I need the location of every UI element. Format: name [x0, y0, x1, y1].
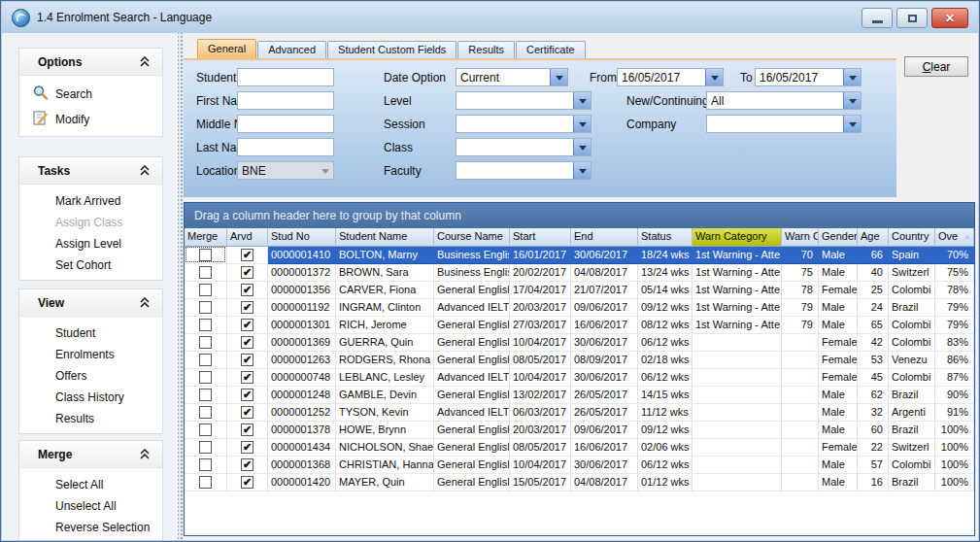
- column-header-merge[interactable]: Merge: [185, 228, 227, 247]
- merge-checkbox[interactable]: [199, 319, 212, 331]
- arvd-checkbox[interactable]: ✔: [241, 389, 253, 401]
- column-header-student_name[interactable]: Student Name: [336, 228, 434, 247]
- sidebar-item-offers[interactable]: Offers: [19, 365, 162, 387]
- maximize-button[interactable]: [896, 8, 928, 28]
- table-row[interactable]: ✔0000001192INGRAM, ClintonAdvanced IELTS…: [185, 299, 974, 317]
- merge-checkbox[interactable]: [199, 284, 212, 296]
- arvd-checkbox[interactable]: ✔: [241, 423, 253, 436]
- arvd-checkbox[interactable]: ✔: [241, 476, 253, 489]
- column-header-stud_no[interactable]: Stud No: [268, 228, 336, 247]
- collapse-icon[interactable]: [139, 165, 151, 176]
- arvd-checkbox[interactable]: ✔: [241, 319, 253, 331]
- table-row[interactable]: ✔0000001263RODGERS, RhonaGeneral English…: [185, 352, 974, 369]
- arvd-checkbox[interactable]: ✔: [241, 266, 253, 279]
- table-row[interactable]: ✔0000001372BROWN, SaraBusiness English20…: [185, 264, 974, 282]
- minimize-button[interactable]: [862, 8, 893, 28]
- merge-checkbox[interactable]: [199, 249, 212, 261]
- merge-checkbox[interactable]: [199, 476, 212, 489]
- sidebar-item-reverse-selection[interactable]: Reverse Selection: [19, 517, 162, 538]
- sidebar-item-assign-level[interactable]: Assign Level: [19, 233, 162, 254]
- last-name-input[interactable]: [237, 138, 334, 156]
- table-row[interactable]: ✔0000000748LEBLANC, LesleyAdvanced IELTS…: [185, 369, 974, 387]
- column-header-age[interactable]: Age: [858, 228, 889, 247]
- merge-checkbox[interactable]: [199, 301, 212, 314]
- new-continuing-combo[interactable]: All: [706, 91, 862, 110]
- merge-checkbox[interactable]: [199, 406, 212, 419]
- group-by-panel[interactable]: Drag a column header here to group by th…: [185, 203, 974, 228]
- first-name-input[interactable]: [237, 91, 334, 110]
- column-header-end[interactable]: End: [571, 228, 638, 247]
- sidebar-item-modify[interactable]: Modify: [19, 107, 162, 132]
- arvd-checkbox[interactable]: ✔: [241, 336, 253, 349]
- table-row[interactable]: ✔0000001434NICHOLSON, ShaeleGeneral Engl…: [185, 439, 974, 457]
- sidebar-item-select-all[interactable]: Select All: [19, 474, 162, 495]
- tab-general[interactable]: General: [197, 39, 256, 58]
- clear-button[interactable]: Clear: [904, 56, 968, 77]
- collapse-icon[interactable]: [139, 56, 151, 67]
- column-header-warn_c[interactable]: Warn C: [782, 228, 819, 247]
- column-header-ove[interactable]: Ove▲: [935, 228, 974, 247]
- merge-checkbox[interactable]: [199, 458, 212, 471]
- table-row[interactable]: ✔0000001410BOLTON, MarnyBusiness English…: [185, 247, 974, 264]
- arvd-checkbox[interactable]: ✔: [241, 406, 253, 419]
- collapse-icon[interactable]: [139, 297, 151, 308]
- merge-checkbox[interactable]: [199, 266, 212, 279]
- sidebar-item-search[interactable]: Search: [19, 82, 162, 107]
- arvd-checkbox[interactable]: ✔: [241, 249, 253, 261]
- table-row[interactable]: ✔0000001378HOWE, BrynnGeneral English20/…: [185, 422, 974, 439]
- arvd-checkbox[interactable]: ✔: [241, 371, 253, 384]
- date-option-combo[interactable]: Current: [456, 68, 568, 86]
- sidebar-item-class-history[interactable]: Class History: [19, 387, 162, 408]
- tab-advanced[interactable]: Advanced: [257, 41, 326, 58]
- faculty-combo[interactable]: [456, 161, 591, 180]
- column-header-arvd[interactable]: Arvd: [227, 228, 268, 247]
- arvd-checkbox[interactable]: ✔: [241, 458, 253, 471]
- section-header-view[interactable]: View: [19, 289, 162, 317]
- class-combo[interactable]: [456, 138, 591, 156]
- sidebar-item-student[interactable]: Student: [19, 322, 162, 344]
- column-header-status[interactable]: Status: [638, 228, 693, 247]
- sidebar-item-unselect-all[interactable]: Unselect All: [19, 495, 162, 517]
- company-combo[interactable]: [706, 115, 862, 133]
- arvd-checkbox[interactable]: ✔: [241, 354, 253, 366]
- merge-checkbox[interactable]: [199, 389, 212, 401]
- close-button[interactable]: ✕: [931, 8, 968, 28]
- level-combo[interactable]: [456, 91, 591, 110]
- arvd-checkbox[interactable]: ✔: [241, 301, 253, 314]
- middle-name-input[interactable]: [237, 115, 334, 133]
- column-header-course_name[interactable]: Course Name: [434, 228, 510, 247]
- table-row[interactable]: ✔0000001301RICH, JeromeGeneral English27…: [185, 317, 974, 334]
- section-header-merge[interactable]: Merge: [19, 441, 162, 468]
- merge-checkbox[interactable]: [199, 423, 212, 436]
- tab-results[interactable]: Results: [457, 41, 515, 58]
- from-date-combo[interactable]: 16/05/2017: [617, 68, 724, 86]
- arvd-checkbox[interactable]: ✔: [241, 284, 253, 296]
- tab-student-custom-fields[interactable]: Student Custom Fields: [327, 41, 456, 58]
- column-header-start[interactable]: Start: [510, 228, 571, 247]
- tab-certificate[interactable]: Certificate: [516, 41, 586, 58]
- sidebar-item-results[interactable]: Results: [19, 408, 162, 429]
- table-row[interactable]: ✔0000001420MAYER, QuinGeneral English15/…: [185, 474, 974, 491]
- table-row[interactable]: ✔0000001252TYSON, KevinAdvanced IELTS06/…: [185, 404, 974, 422]
- student-no-input[interactable]: [237, 68, 334, 86]
- merge-checkbox[interactable]: [199, 371, 212, 384]
- to-date-combo[interactable]: 16/05/2017: [755, 68, 862, 86]
- table-row[interactable]: ✔0000001356CARVER, FionaGeneral English1…: [185, 282, 974, 299]
- table-row[interactable]: ✔0000001368CHRISTIAN, HannaGeneral Engli…: [185, 457, 974, 474]
- table-row[interactable]: ✔0000001248GAMBLE, DevinGeneral English1…: [185, 387, 974, 404]
- column-header-warn_category[interactable]: Warn Category: [693, 228, 782, 247]
- column-header-gender[interactable]: Gender: [819, 228, 858, 247]
- collapse-icon[interactable]: [139, 449, 151, 459]
- table-row[interactable]: ✔0000001369GUERRA, QuinGeneral English10…: [185, 334, 974, 352]
- session-combo[interactable]: [456, 115, 591, 133]
- merge-checkbox[interactable]: [199, 441, 212, 454]
- section-header-tasks[interactable]: Tasks: [19, 157, 162, 185]
- sidebar-item-mark-arrived[interactable]: Mark Arrived: [19, 190, 162, 212]
- column-header-country[interactable]: Country: [889, 228, 935, 247]
- arvd-checkbox[interactable]: ✔: [241, 441, 253, 454]
- merge-checkbox[interactable]: [199, 354, 212, 366]
- merge-checkbox[interactable]: [199, 336, 212, 349]
- section-header-options[interactable]: Options: [19, 49, 162, 76]
- sidebar-item-set-cohort[interactable]: Set Cohort: [19, 254, 162, 276]
- sidebar-item-enrolments[interactable]: Enrolments: [19, 344, 162, 365]
